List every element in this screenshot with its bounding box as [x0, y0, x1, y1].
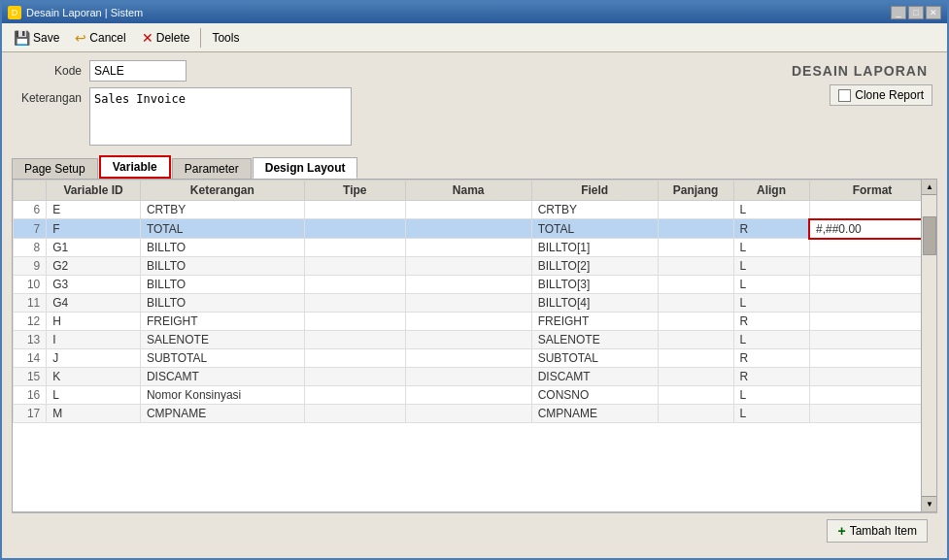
close-button[interactable]: ✕: [926, 6, 941, 19]
cell-field: BILLTO[4]: [531, 294, 658, 313]
tambah-label: Tambah Item: [850, 524, 917, 538]
cell-field: SUBTOTAL: [531, 349, 658, 368]
cell-variable-id: I: [47, 331, 141, 349]
cell-keterangan: SALENOTE: [140, 331, 304, 349]
data-table: Variable ID Keterangan Tipe Nama Field P…: [13, 180, 936, 423]
header-row-top: Kode Keterangan Sales Invoice DESAIN LAP…: [12, 60, 937, 151]
scroll-track: [922, 195, 936, 496]
table-row[interactable]: 9 G2 BILLTO BILLTO[2] L: [14, 257, 936, 276]
cell-tipe: [304, 386, 405, 405]
main-content: Variable ID Keterangan Tipe Nama Field P…: [2, 179, 947, 558]
cell-num: 9: [14, 257, 47, 276]
cell-nama: [405, 368, 531, 386]
table-row[interactable]: 12 H FREIGHT FREIGHT R: [14, 313, 936, 331]
kode-input[interactable]: [89, 60, 186, 82]
cell-format: [809, 294, 935, 313]
delete-icon: ✕: [142, 30, 153, 46]
cell-format: [809, 368, 935, 386]
cell-panjang: [658, 386, 733, 405]
cell-nama: [405, 239, 531, 257]
col-variable-id: Variable ID: [47, 181, 141, 201]
cell-nama: [405, 294, 531, 313]
cell-variable-id: K: [47, 368, 141, 386]
cell-variable-id: G2: [47, 257, 141, 276]
tabs-container: Page Setup Variable Parameter Design Lay…: [2, 151, 947, 179]
maximize-button[interactable]: □: [908, 6, 924, 19]
toolbar-separator: [200, 28, 201, 48]
scroll-down-button[interactable]: ▼: [922, 496, 936, 511]
cell-num: 7: [14, 219, 47, 239]
tambah-item-button[interactable]: + Tambah Item: [827, 519, 928, 543]
cell-keterangan: DISCAMT: [140, 368, 304, 386]
tools-label: Tools: [212, 31, 239, 45]
cell-variable-id: G4: [47, 294, 141, 313]
cell-tipe: [304, 239, 405, 257]
keterangan-textarea[interactable]: Sales Invoice: [89, 87, 352, 146]
cell-tipe: [304, 294, 405, 313]
delete-button[interactable]: ✕ Delete: [135, 26, 197, 49]
table-row[interactable]: 8 G1 BILLTO BILLTO[1] L: [14, 239, 936, 257]
cell-align: L: [733, 386, 809, 405]
content-area: Kode Keterangan Sales Invoice DESAIN LAP…: [2, 52, 947, 558]
col-nama: Nama: [405, 181, 531, 201]
scrollbar[interactable]: ▲ ▼: [921, 180, 936, 511]
tab-design-layout[interactable]: Design Layout: [253, 157, 358, 179]
table-row[interactable]: 17 M CMPNAME CMPNAME L: [14, 405, 936, 423]
cell-keterangan: Nomor Konsinyasi: [140, 386, 304, 405]
save-button[interactable]: 💾 Save: [7, 26, 66, 49]
cell-num: 16: [14, 386, 47, 405]
footer: + Tambah Item: [12, 512, 937, 548]
cell-keterangan: BILLTO: [140, 276, 304, 294]
cell-keterangan: CMPNAME: [140, 405, 304, 423]
cell-panjang: [658, 368, 733, 386]
tools-button[interactable]: Tools: [205, 26, 246, 49]
scroll-thumb[interactable]: [923, 216, 936, 255]
cell-keterangan: FREIGHT: [140, 313, 304, 331]
col-keterangan: Keterangan: [140, 181, 304, 201]
cell-format: [809, 239, 935, 257]
clone-label: Clone Report: [855, 88, 924, 102]
table-body: 6 E CRTBY CRTBY L 7 F TOTAL TOTAL R #,##…: [14, 201, 936, 423]
clone-report-button[interactable]: Clone Report: [830, 84, 932, 106]
col-tipe: Tipe: [304, 181, 405, 201]
cell-panjang: [658, 201, 733, 219]
cell-field: CONSNO: [531, 386, 658, 405]
cell-panjang: [658, 405, 733, 423]
table-row[interactable]: 16 L Nomor Konsinyasi CONSNO L: [14, 386, 936, 405]
table-row[interactable]: 6 E CRTBY CRTBY L: [14, 201, 936, 219]
cell-nama: [405, 349, 531, 368]
app-icon: D: [8, 6, 21, 19]
cancel-label: Cancel: [89, 31, 125, 45]
cell-align: L: [733, 257, 809, 276]
table-row[interactable]: 14 J SUBTOTAL SUBTOTAL R: [14, 349, 936, 368]
cell-field: FREIGHT: [531, 313, 658, 331]
cancel-icon: ↩: [75, 30, 86, 46]
cell-keterangan: SUBTOTAL: [140, 349, 304, 368]
cell-num: 11: [14, 294, 47, 313]
cell-num: 12: [14, 313, 47, 331]
tab-variable[interactable]: Variable: [99, 155, 171, 179]
minimize-button[interactable]: _: [891, 6, 906, 19]
col-field: Field: [531, 181, 658, 201]
keterangan-label: Keterangan: [12, 87, 89, 105]
cancel-button[interactable]: ↩ Cancel: [68, 26, 132, 49]
table-row[interactable]: 7 F TOTAL TOTAL R #,##0.00: [14, 219, 936, 239]
table-row[interactable]: 11 G4 BILLTO BILLTO[4] L: [14, 294, 936, 313]
cell-nama: [405, 276, 531, 294]
clone-checkbox[interactable]: [838, 89, 851, 102]
tab-parameter[interactable]: Parameter: [172, 158, 252, 179]
tab-page-setup[interactable]: Page Setup: [12, 158, 98, 179]
cell-num: 13: [14, 331, 47, 349]
cell-nama: [405, 405, 531, 423]
table-row[interactable]: 10 G3 BILLTO BILLTO[3] L: [14, 276, 936, 294]
scroll-up-button[interactable]: ▲: [922, 180, 936, 195]
cell-variable-id: G1: [47, 239, 141, 257]
cell-tipe: [304, 276, 405, 294]
kode-row: Kode: [12, 60, 792, 82]
cell-align: L: [733, 331, 809, 349]
table-row[interactable]: 13 I SALENOTE SALENOTE L: [14, 331, 936, 349]
table-row[interactable]: 15 K DISCAMT DISCAMT R: [14, 368, 936, 386]
cell-field: BILLTO[2]: [531, 257, 658, 276]
cell-nama: [405, 257, 531, 276]
cell-tipe: [304, 257, 405, 276]
